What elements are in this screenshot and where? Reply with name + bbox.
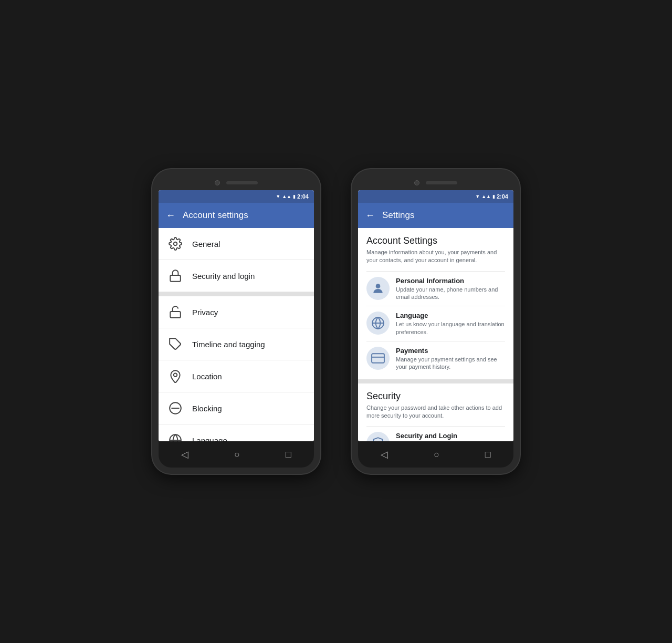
phone-top-1 — [159, 175, 314, 190]
personal-info-desc: Update your name, phone numbers and emai… — [396, 286, 505, 301]
home-nav-btn-2[interactable]: ○ — [434, 449, 439, 460]
security-login-text: Security and Login Change your password … — [396, 432, 505, 441]
security-section: Security Change your password and take o… — [358, 383, 513, 441]
status-time-1: 2:04 — [297, 193, 309, 200]
recents-nav-btn-2[interactable]: □ — [485, 449, 491, 460]
status-icons-2: ▼ ▲▲ ▮ 2:04 — [475, 193, 508, 200]
settings-item-payments[interactable]: Payments Manage your payment settings an… — [366, 341, 505, 376]
status-bar-1: ▼ ▲▲ ▮ 2:04 — [159, 190, 314, 203]
payments-text: Payments Manage your payment settings an… — [396, 347, 505, 371]
phone-top-2 — [358, 175, 513, 190]
payments-name: Payments — [396, 347, 505, 355]
security-section-title: Security — [366, 391, 505, 402]
menu-label-general: General — [192, 240, 220, 248]
screen-2: ▼ ▲▲ ▮ 2:04 ← Settings Account Settings … — [358, 190, 513, 441]
back-button-1[interactable]: ← — [166, 210, 175, 221]
menu-label-language: Language — [192, 436, 227, 442]
svg-point-16 — [376, 284, 381, 288]
back-nav-btn-2[interactable]: ◁ — [381, 449, 388, 460]
status-icons-1: ▼ ▲▲ ▮ 2:04 — [276, 193, 309, 200]
tag-icon — [167, 336, 184, 352]
screen-1: ▼ ▲▲ ▮ 2:04 ← Account settings — [159, 190, 314, 441]
account-settings-section: Account Settings Manage information abou… — [358, 228, 513, 379]
svg-rect-2 — [170, 312, 181, 318]
menu-label-privacy: Privacy — [192, 308, 218, 317]
payments-desc: Manage your payment settings and see you… — [396, 356, 505, 371]
account-section-title: Account Settings — [366, 235, 505, 246]
language-name: Language — [396, 312, 505, 319]
phone-1: ▼ ▲▲ ▮ 2:04 ← Account settings — [152, 169, 320, 474]
front-camera-1 — [215, 180, 220, 185]
personal-info-name: Personal Information — [396, 277, 505, 285]
settings-item-personal[interactable]: Personal Information Update your name, p… — [366, 271, 505, 306]
language-desc: Let us know your language and translatio… — [396, 320, 505, 336]
menu-label-blocking: Blocking — [192, 404, 222, 413]
section-gap — [358, 379, 513, 383]
block-icon — [167, 400, 184, 417]
account-section-desc: Manage information about you, your payme… — [366, 248, 505, 265]
svg-point-4 — [174, 374, 177, 377]
battery-icon: ▮ — [293, 194, 296, 199]
speaker-2 — [426, 181, 457, 184]
app-bar-2: ← Settings — [358, 203, 513, 228]
menu-label-location: Location — [192, 372, 222, 381]
menu-item-general[interactable]: General — [159, 228, 314, 260]
menu-item-location[interactable]: Location — [159, 360, 314, 392]
menu-item-timeline[interactable]: Timeline and tagging — [159, 328, 314, 360]
person-icon — [366, 277, 390, 300]
phone-2: ▼ ▲▲ ▮ 2:04 ← Settings Account Settings … — [352, 169, 520, 474]
menu-item-blocking[interactable]: Blocking — [159, 392, 314, 424]
shield-icon — [366, 432, 390, 441]
phone-bottom-2: ◁ ○ □ — [358, 441, 513, 468]
settings-item-security-login[interactable]: Security and Login Change your password … — [366, 426, 505, 441]
language-text: Language Let us know your language and t… — [396, 312, 505, 336]
recents-nav-btn-1[interactable]: □ — [286, 449, 291, 460]
menu-item-language[interactable]: Language — [159, 424, 314, 441]
settings-menu: General Security and login — [159, 228, 314, 441]
menu-label-timeline: Timeline and tagging — [192, 340, 265, 349]
svg-rect-19 — [372, 354, 384, 362]
back-nav-btn-1[interactable]: ◁ — [181, 449, 188, 460]
signal-icon: ▲▲ — [282, 194, 291, 199]
personal-info-text: Personal Information Update your name, p… — [396, 277, 505, 301]
phone-bottom-1: ◁ ○ □ — [159, 441, 314, 468]
back-button-2[interactable]: ← — [365, 210, 375, 221]
location-icon — [167, 368, 184, 385]
app-bar-title-2: Settings — [382, 210, 414, 221]
battery-icon-2: ▮ — [492, 194, 495, 199]
app-bar-1: ← Account settings — [159, 203, 314, 228]
menu-content: General Security and login — [159, 228, 314, 441]
speaker-1 — [226, 181, 258, 184]
front-camera-2 — [414, 180, 419, 185]
globe-icon — [167, 432, 184, 441]
svg-rect-1 — [170, 275, 181, 282]
menu-item-privacy[interactable]: Privacy — [159, 296, 314, 328]
wifi-icon-2: ▼ — [475, 194, 480, 199]
wifi-icon: ▼ — [276, 194, 280, 199]
status-bar-2: ▼ ▲▲ ▮ 2:04 — [358, 190, 513, 203]
divider-1 — [159, 292, 314, 296]
card-icon — [366, 347, 390, 370]
svg-point-0 — [174, 242, 177, 246]
phones-container: ▼ ▲▲ ▮ 2:04 ← Account settings — [152, 169, 520, 474]
menu-item-security[interactable]: Security and login — [159, 260, 314, 292]
security-login-name: Security and Login — [396, 432, 505, 440]
signal-icon-2: ▲▲ — [481, 194, 491, 199]
globe-icon-detail — [366, 312, 390, 335]
home-nav-btn-1[interactable]: ○ — [234, 449, 240, 460]
status-time-2: 2:04 — [497, 193, 508, 200]
lock-icon — [167, 267, 184, 284]
gear-icon — [167, 235, 184, 252]
privacy-icon — [167, 304, 184, 320]
settings-detail-content: Account Settings Manage information abou… — [358, 228, 513, 441]
settings-item-language[interactable]: Language Let us know your language and t… — [366, 306, 505, 341]
app-bar-title-1: Account settings — [183, 210, 248, 221]
security-section-desc: Change your password and take other acti… — [366, 404, 505, 420]
menu-label-security: Security and login — [192, 272, 255, 281]
